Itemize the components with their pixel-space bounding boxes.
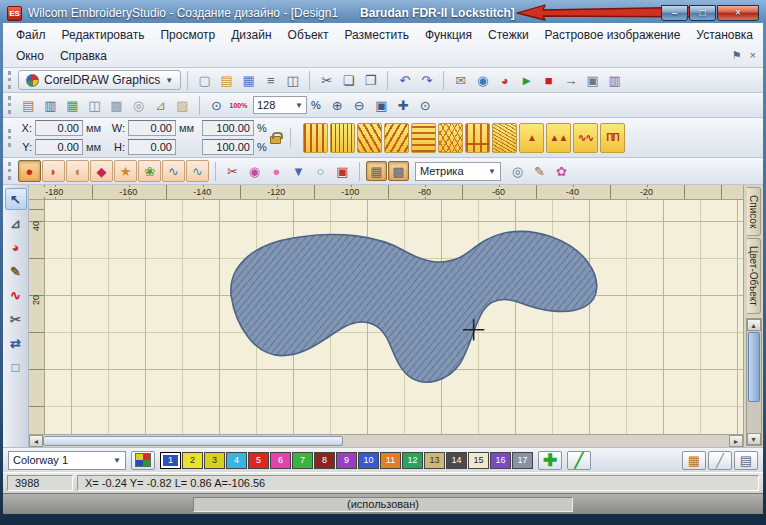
paste-icon[interactable]: ❐ [360, 70, 381, 90]
tatami-stitch-icon[interactable] [492, 123, 517, 153]
add-color-button[interactable]: ✚ [538, 451, 562, 470]
show-grid-icon[interactable]: ▦ [366, 161, 387, 181]
width-input[interactable]: 0.00 [128, 120, 176, 136]
stop-icon[interactable]: ■ [538, 70, 559, 90]
print-preview-icon[interactable]: ◫ [282, 70, 303, 90]
color-swatch[interactable]: 15 [468, 452, 489, 469]
queue-icon[interactable]: ▥ [604, 70, 625, 90]
pan-icon[interactable]: ✚ [393, 95, 414, 115]
color-swatch[interactable]: 11 [380, 452, 401, 469]
overlap-objects-icon[interactable]: ▣ [332, 161, 353, 181]
menu-item[interactable]: Окно [8, 47, 52, 65]
menubar-close-icon[interactable]: × [750, 49, 756, 62]
scroll-up-button[interactable]: ▴ [747, 319, 761, 331]
select-tool[interactable]: ↖ [5, 188, 27, 210]
tatami-fill-icon[interactable]: ◗ [42, 160, 65, 182]
design-overview-icon[interactable]: ◫ [84, 95, 105, 115]
embroidery-object[interactable] [45, 200, 743, 434]
color-wheel-tool[interactable]: ◕ [5, 236, 27, 258]
menu-item[interactable]: Установка [688, 26, 761, 44]
motif-run-icon[interactable]: ▲ [519, 123, 544, 153]
zoom-in-icon[interactable]: ⊕ [327, 95, 348, 115]
toolbar-grip[interactable] [8, 96, 12, 114]
undo-icon[interactable]: ↶ [394, 70, 415, 90]
stitch-player-icon[interactable]: ► [516, 70, 537, 90]
menu-item[interactable]: Дизайн [223, 26, 279, 44]
zoom-window-icon[interactable]: ▣ [371, 95, 392, 115]
backstitch-icon[interactable] [357, 123, 382, 153]
units-select[interactable]: Метрика ▼ [415, 162, 501, 181]
menu-item[interactable]: Разместить [336, 26, 417, 44]
cycle-colors-button[interactable]: ╱ [567, 451, 591, 470]
ruler-icon[interactable]: ⊿ [150, 95, 171, 115]
wave-stitch-icon[interactable]: ∿∿ [573, 123, 598, 153]
colorway-bar-icon[interactable]: ▤ [18, 95, 39, 115]
digitize-icon[interactable]: ✎ [529, 161, 550, 181]
menu-item[interactable]: Файл [8, 26, 54, 44]
scale-width-input[interactable]: 100.00 [202, 120, 254, 136]
satin-stitch-icon[interactable] [411, 123, 436, 153]
zoom-tool-icon[interactable]: ⊙ [206, 95, 227, 115]
palette-editor-button[interactable]: ▤ [734, 451, 758, 470]
color-swatch[interactable]: 3 [204, 452, 225, 469]
knife-tool[interactable]: ✂ [5, 308, 27, 330]
minimize-button[interactable]: – [661, 5, 688, 21]
hoop-ellipse-icon[interactable]: ○ [310, 161, 331, 181]
mixing-palette-button[interactable]: ▦ [682, 451, 706, 470]
motif-fill-icon[interactable]: ◖ [66, 160, 89, 182]
scroll-down-button[interactable]: ▾ [747, 433, 761, 445]
fish2-motif-icon[interactable]: ∿ [186, 160, 209, 182]
thread-colors-icon[interactable]: ◕ [494, 70, 515, 90]
no-color-button[interactable]: ╱ [708, 451, 732, 470]
color-swatch[interactable]: 10 [358, 452, 379, 469]
triple-run-icon[interactable] [330, 123, 355, 153]
design-properties-icon[interactable]: ◉ [472, 70, 493, 90]
pink-ball-icon[interactable]: ● [266, 161, 287, 181]
pin-icon[interactable]: ⚑ [732, 49, 742, 62]
toolbar-grip[interactable] [8, 129, 12, 147]
zoom-100-icon[interactable]: 100% [228, 95, 249, 115]
close-button[interactable]: × [717, 5, 759, 21]
menu-item[interactable]: Объект [280, 26, 337, 44]
maximize-button[interactable]: □ [689, 5, 716, 21]
toolbar-grip[interactable] [8, 71, 12, 89]
scroll-left-button[interactable]: ◂ [29, 435, 43, 447]
mirror-tool[interactable]: ⇄ [5, 332, 27, 354]
redo-icon[interactable]: ↷ [416, 70, 437, 90]
run-stitch-icon[interactable] [303, 123, 328, 153]
send-to-machine-icon[interactable]: → [560, 70, 581, 90]
color-wheel-icon[interactable]: ◉ [244, 161, 265, 181]
show-hoop-icon[interactable]: ◎ [507, 161, 528, 181]
color-swatch[interactable]: 2 [182, 452, 203, 469]
save-design-icon[interactable]: ▦ [238, 70, 259, 90]
menu-item[interactable]: Стежки [480, 26, 537, 44]
x-input[interactable]: 0.00 [35, 120, 83, 136]
scale-height-input[interactable]: 100.00 [202, 139, 254, 155]
color-swatch[interactable]: 13 [424, 452, 445, 469]
color-swatch[interactable]: 16 [490, 452, 511, 469]
branch-motif-icon[interactable]: ❀ [138, 160, 161, 182]
menu-item[interactable]: Растровое изображение [537, 26, 689, 44]
garment-icon[interactable]: ▼ [288, 161, 309, 181]
color-swatch[interactable]: 14 [446, 452, 467, 469]
color-swatch[interactable]: 9 [336, 452, 357, 469]
color-swatch[interactable]: 1 [160, 452, 181, 469]
lock-aspect-icon[interactable] [270, 136, 281, 144]
toolbar-grip[interactable] [8, 162, 12, 180]
open-design-icon[interactable]: ▤ [216, 70, 237, 90]
wave-tool[interactable]: ∿ [5, 284, 27, 306]
menu-item[interactable]: Функция [417, 26, 480, 44]
colorway-select[interactable]: Colorway 1 ▼ [8, 451, 126, 470]
color-object-list-icon[interactable]: ▦ [62, 95, 83, 115]
contour-stitch-icon[interactable]: ▲▲ [546, 123, 571, 153]
color-swatch[interactable]: 5 [248, 452, 269, 469]
scrollbar-thumb[interactable] [748, 332, 760, 402]
flower-icon[interactable]: ✿ [551, 161, 572, 181]
color-swatch[interactable]: 4 [226, 452, 247, 469]
scroll-right-button[interactable]: ▸ [729, 435, 743, 447]
zoom-level-input[interactable]: 128 ▼ [253, 96, 307, 114]
menu-item[interactable]: Просмотр [152, 26, 223, 44]
y-input[interactable]: 0.00 [35, 139, 83, 155]
stemstitch-icon[interactable] [384, 123, 409, 153]
horizontal-scrollbar[interactable]: ◂ ▸ [29, 434, 743, 447]
